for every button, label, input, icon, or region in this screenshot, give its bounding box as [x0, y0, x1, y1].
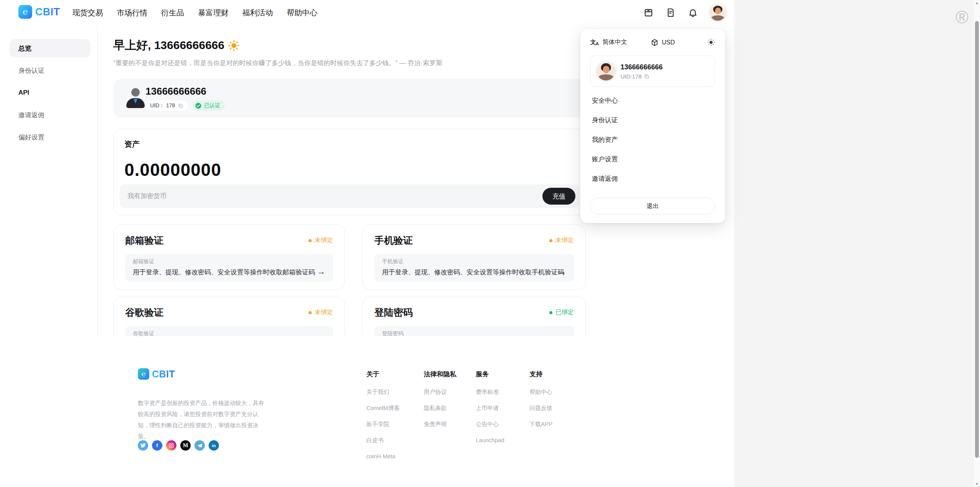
- telegram-icon[interactable]: [194, 440, 205, 451]
- cbit-logo-icon: ℮: [18, 5, 32, 19]
- uid-value: UID： 178: [150, 102, 175, 109]
- nav-item-derivatives[interactable]: 衍生品: [159, 8, 186, 18]
- status-badge: 已绑定: [549, 308, 574, 316]
- scrollbar-up-arrow[interactable]: ▲: [974, 1, 980, 5]
- copy-icon[interactable]: [644, 74, 649, 79]
- sun-icon: [228, 40, 240, 51]
- status-label: 未绑定: [315, 308, 333, 316]
- scrollbar[interactable]: ▲ ▼: [974, 0, 980, 487]
- account-dropdown: 文A 简体中文 USD: [580, 29, 725, 223]
- sidebar-item-api[interactable]: API: [0, 84, 97, 102]
- arrow-right-icon[interactable]: →: [558, 267, 566, 277]
- status-badge: 未绑定: [549, 236, 574, 244]
- footer: ℮ CBIT 数字资产是创新的投资产品，价格波动较大，具有较高的投资风险，请您投…: [0, 336, 734, 487]
- copy-icon[interactable]: [178, 103, 183, 108]
- footer-link[interactable]: 费率标准: [476, 389, 504, 396]
- assets-card: 资产 0.00000000 充值: [113, 129, 586, 215]
- nav-item-wealth[interactable]: 暴富理财: [196, 8, 231, 18]
- sun-theme-icon: [707, 38, 715, 46]
- top-navigation: 现货交易 市场行情 衍生品 暴富理财 福利活动 帮助中心: [70, 0, 320, 25]
- uid-pill[interactable]: UID： 178: [145, 100, 188, 111]
- cube-icon: [651, 39, 658, 46]
- medium-icon[interactable]: M: [180, 440, 191, 451]
- theme-toggle[interactable]: [707, 38, 715, 46]
- instagram-icon[interactable]: [166, 440, 176, 451]
- topbar: ℮ CBIT 现货交易 市场行情 衍生品 暴富理财 福利活动 帮助中心: [0, 0, 734, 25]
- dropdown-profile-card[interactable]: 13666666666 UID:178: [590, 56, 715, 87]
- menu-item-account-settings[interactable]: 账户设置: [590, 149, 715, 169]
- sidebar-item-identity[interactable]: 身份认证: [0, 61, 97, 80]
- status-badge: 未绑定: [309, 236, 333, 244]
- footer-link[interactable]: 关于我们: [366, 389, 400, 396]
- deposit-button[interactable]: 充值: [542, 188, 575, 205]
- status-label: 未绑定: [555, 236, 574, 244]
- user-summary-card: 13666666666 UID： 178 已认证: [113, 79, 586, 117]
- footer-link[interactable]: 新手学院: [366, 421, 400, 428]
- email-verification-action[interactable]: 邮箱验证 用于登录、提现、修改密码、安全设置等操作时收取邮箱验证码 →: [125, 254, 333, 282]
- sidebar-item-overview[interactable]: 总览: [10, 39, 90, 57]
- have-crypto-input[interactable]: [127, 192, 542, 200]
- nav-item-markets[interactable]: 市场行情: [114, 8, 150, 18]
- notifications-bell-icon[interactable]: [688, 7, 698, 18]
- sidebar-item-preferences[interactable]: 偏好设置: [0, 128, 97, 146]
- twitter-icon[interactable]: [138, 440, 148, 451]
- status-label: 未绑定: [315, 236, 333, 244]
- footer-disclaimer: 数字资产是创新的投资产品，价格波动较大，具有较高的投资风险，请您投资前对数字资产…: [138, 397, 266, 442]
- status-dot: [309, 239, 312, 242]
- brand-logo[interactable]: ℮ CBIT: [18, 5, 60, 19]
- person-avatar-icon: [126, 88, 145, 108]
- footer-link[interactable]: coinH Meta: [366, 453, 400, 459]
- card-title: 登陆密码: [374, 306, 413, 319]
- footer-link[interactable]: 下载APP: [529, 421, 552, 428]
- footer-link[interactable]: ComeBit博客: [366, 405, 400, 412]
- logout-button[interactable]: 退出: [590, 198, 715, 215]
- brand-wordmark: CBIT: [35, 6, 60, 18]
- sidebar-item-referral[interactable]: 邀请返佣: [0, 106, 97, 124]
- registered-trademark-watermark: ®: [956, 7, 969, 28]
- footer-link[interactable]: 隐私条款: [424, 405, 456, 412]
- user-avatar: [597, 62, 615, 80]
- document-icon[interactable]: [665, 7, 676, 18]
- footer-link[interactable]: 公告中心: [476, 421, 504, 428]
- nav-item-help[interactable]: 帮助中心: [284, 8, 320, 18]
- language-selector[interactable]: 文A 简体中文: [590, 38, 627, 46]
- dropdown-uid: UID:178: [621, 73, 642, 80]
- sidebar: 总览 身份认证 API 邀请返佣 偏好设置: [0, 25, 98, 336]
- footer-link[interactable]: 问题反馈: [529, 405, 552, 412]
- card-title: 邮箱验证: [125, 234, 163, 247]
- footer-link[interactable]: 帮助中心: [529, 389, 552, 396]
- facebook-icon[interactable]: f: [152, 440, 162, 451]
- footer-column-support: 支持 帮助中心 问题反馈 下载APP: [529, 370, 552, 437]
- scrollbar-down-arrow[interactable]: ▼: [974, 482, 980, 486]
- footer-link[interactable]: 上币申请: [476, 405, 504, 412]
- footer-link[interactable]: 用户协议: [424, 389, 456, 396]
- user-name: 13666666666: [145, 85, 206, 97]
- motivational-quote: “重要的不是你是对还是错，而是当你是对的时候你赚了多少钱，当你是错的时候你失去了…: [113, 59, 586, 67]
- status-dot: [309, 311, 312, 314]
- nav-item-rewards[interactable]: 福利活动: [240, 8, 275, 18]
- menu-item-referral[interactable]: 邀请返佣: [590, 169, 715, 189]
- page-side-gutter: [734, 0, 974, 487]
- footer-link[interactable]: 白皮书: [366, 437, 400, 444]
- menu-item-identity[interactable]: 身份认证: [590, 110, 715, 130]
- social-links: f M in: [138, 440, 219, 451]
- status-label: 已绑定: [555, 308, 574, 316]
- user-avatar[interactable]: [710, 5, 726, 21]
- currency-selector[interactable]: USD: [651, 39, 675, 46]
- deposit-row: 充值: [120, 184, 579, 208]
- scrollbar-thumb[interactable]: [975, 21, 979, 458]
- arrow-right-icon[interactable]: →: [317, 267, 325, 277]
- footer-column-legal: 法律和隐私 用户协议 隐私条款 免责声明: [424, 370, 456, 437]
- verified-check-icon: [195, 102, 202, 109]
- nav-item-spot[interactable]: 现货交易: [70, 8, 105, 18]
- footer-link[interactable]: 免责声明: [424, 421, 456, 428]
- linkedin-icon[interactable]: in: [209, 440, 219, 451]
- orders-box-icon[interactable]: [643, 7, 654, 18]
- menu-item-my-assets[interactable]: 我的资产: [590, 130, 715, 149]
- menu-item-security-center[interactable]: 安全中心: [590, 91, 715, 110]
- greeting-title: 早上好, 13666666666: [113, 38, 224, 53]
- phone-verification-action[interactable]: 手机验证 用于登录、提现、修改密码、安全设置等操作时收取手机验证码 →: [374, 254, 574, 282]
- cbit-logo-icon: ℮: [138, 368, 149, 380]
- footer-brand[interactable]: ℮ CBIT: [138, 368, 175, 380]
- footer-link[interactable]: Launchpad: [476, 437, 504, 443]
